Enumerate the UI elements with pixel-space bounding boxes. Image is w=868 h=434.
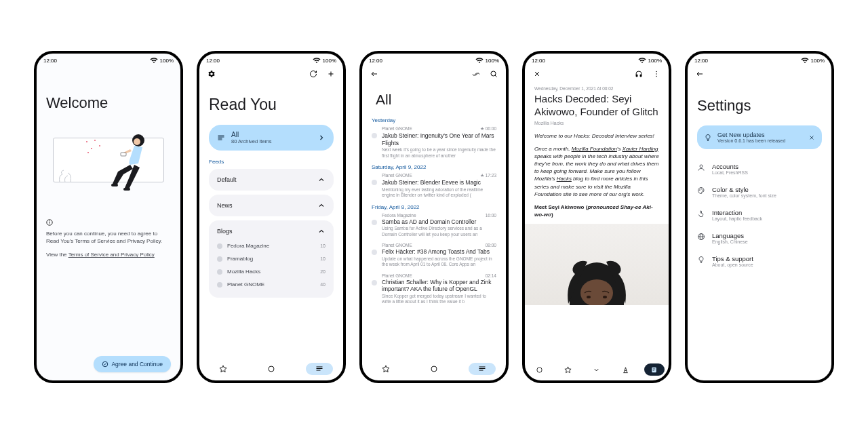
article-time: ★ 17:23 xyxy=(480,173,496,178)
phone-reader: 12:00 100% Wednesday, December 1, 2021 A… xyxy=(522,51,671,383)
settings-item-touch[interactable]: Interaction Layout, haptic feedback xyxy=(697,203,822,226)
circle-icon xyxy=(536,366,543,374)
svg-point-2 xyxy=(91,148,92,149)
nav-unread[interactable] xyxy=(420,363,448,375)
update-sub: Version 0.6.1 has been released xyxy=(717,138,803,143)
status-time: 12:00 xyxy=(532,58,545,64)
chevron-up-icon xyxy=(317,176,326,184)
settings-title: Settings xyxy=(697,97,822,115)
settings-item-tips[interactable]: Tips & support About, open source xyxy=(697,250,822,273)
article-title: Felix Häcker: #38 Among Toasts And Tabs xyxy=(382,248,496,256)
done-all-icon[interactable] xyxy=(472,70,480,78)
svg-marker-21 xyxy=(382,366,389,372)
circle-icon xyxy=(267,365,275,373)
settings-item-sub: English, Chinese xyxy=(712,239,748,244)
back-icon[interactable] xyxy=(370,70,378,78)
statusbar: 12:00 100% xyxy=(37,54,180,66)
headphones-icon[interactable] xyxy=(635,70,643,78)
agree-continue-button[interactable]: Agree and Continue xyxy=(94,356,171,372)
nav-fulltext[interactable] xyxy=(644,363,665,376)
star-icon xyxy=(382,365,390,373)
nav-starred[interactable] xyxy=(372,363,399,375)
svg-point-6 xyxy=(134,138,140,145)
nav-all[interactable] xyxy=(469,363,496,375)
link-mozilla-foundation[interactable]: Mozilla Foundation xyxy=(572,146,617,152)
status-battery: 100% xyxy=(648,58,662,64)
date-section-label: Yesterday xyxy=(372,117,496,123)
feed-count: 10 xyxy=(320,256,326,261)
article-snippet: Using Samba for Active Directory service… xyxy=(382,226,496,237)
svg-point-27 xyxy=(656,71,657,73)
article-favicon xyxy=(372,133,377,138)
article-source: Planet GNOME xyxy=(382,126,412,132)
article-source: Mozilla Hacks xyxy=(534,121,659,125)
update-card[interactable]: Get New updates Version 0.6.1 has been r… xyxy=(697,125,822,149)
settings-item-sub: Layout, haptic feedback xyxy=(712,216,762,221)
search-icon[interactable] xyxy=(490,70,498,78)
article-item[interactable]: Fedora Magazine16:00 Samba as AD and Dom… xyxy=(372,213,496,238)
phone-welcome: 12:00 100% Welcome Before y xyxy=(34,51,183,383)
settings-item-sub: Local, FreshRSS xyxy=(712,170,748,175)
article-body-1: Once a month, Mozilla Foundation's Xavie… xyxy=(534,145,659,198)
feed-item[interactable]: Fedora Magazine10 xyxy=(217,239,326,252)
article-snippet: Mentioning my ever lasting adoration of … xyxy=(382,187,496,199)
back-icon[interactable] xyxy=(696,70,704,78)
article-item[interactable]: Planet GNOME★ 06:00 Jakub Steiner: Ingen… xyxy=(372,126,496,159)
add-icon[interactable] xyxy=(327,70,335,78)
feed-item[interactable]: Mozilla Hacks20 xyxy=(217,265,326,278)
palette-icon xyxy=(697,186,705,195)
close-icon[interactable] xyxy=(533,70,541,78)
feed-name: Planet GNOME xyxy=(227,281,264,288)
svg-point-32 xyxy=(603,296,607,298)
nav-unread[interactable] xyxy=(258,363,285,375)
wifi-icon xyxy=(313,56,321,64)
nav-next[interactable] xyxy=(587,363,607,376)
feed-item[interactable]: Framablog10 xyxy=(217,252,326,265)
nav-all[interactable] xyxy=(306,363,333,375)
article-item[interactable]: Planet GNOME08:00 Felix Häcker: #38 Amon… xyxy=(372,243,496,268)
article-item[interactable]: Planet GNOME02:14 Christian Schaller: Wh… xyxy=(372,273,496,305)
font-icon xyxy=(622,366,629,374)
all-title: All xyxy=(231,131,311,138)
phone-settings: 12:00 100% Settings Get New updates Vers… xyxy=(685,51,834,383)
settings-item-language[interactable]: Languages English, Chinese xyxy=(697,226,822,250)
article-snippet: Since Kopper got merged today upstream I… xyxy=(382,294,496,305)
link-xavier-harding[interactable]: Xavier Harding xyxy=(623,146,658,152)
subject-icon xyxy=(315,365,323,373)
feed-group[interactable]: Default xyxy=(209,169,334,191)
nav-unread-toggle[interactable] xyxy=(529,363,549,376)
status-battery: 100% xyxy=(160,58,174,64)
feed-favicon xyxy=(217,243,222,249)
status-battery: 100% xyxy=(811,58,825,64)
nav-star-toggle[interactable] xyxy=(558,363,578,376)
svg-point-0 xyxy=(86,141,87,142)
terms-link-line: View the Terms of Service and Privacy Po… xyxy=(46,252,171,258)
nav-starred[interactable] xyxy=(210,363,237,375)
article-source: Planet GNOME xyxy=(382,173,412,178)
settings-item-accounts[interactable]: Accounts Local, FreshRSS xyxy=(697,157,822,180)
nav-font[interactable] xyxy=(615,363,635,376)
settings-icon[interactable] xyxy=(208,70,216,78)
more-icon[interactable] xyxy=(652,70,660,78)
wifi-icon xyxy=(150,56,158,64)
wifi-icon xyxy=(475,56,484,64)
terms-text: Before you can continue, you need to agr… xyxy=(46,230,171,245)
terms-link[interactable]: Terms of Service and Privacy Policy xyxy=(68,252,155,258)
refresh-icon[interactable] xyxy=(309,70,317,78)
close-icon[interactable] xyxy=(808,134,815,141)
statusbar: 12:00 100% xyxy=(362,54,506,66)
chevron-up-icon xyxy=(317,227,326,235)
settings-item-palette[interactable]: Color & style Theme, color system, font … xyxy=(697,180,822,203)
tips-icon xyxy=(697,256,705,264)
phone-feeds: 12:00 100% Read You All 80 Archived Item… xyxy=(197,51,346,383)
article-hero-image xyxy=(525,224,669,305)
all-feed-card[interactable]: All 80 Archived Items xyxy=(209,125,334,151)
feed-group[interactable]: News xyxy=(209,195,334,216)
feed-count: 10 xyxy=(320,243,326,248)
chevron-up-icon xyxy=(317,201,326,210)
feed-group[interactable]: BlogsFedora Magazine10Framablog10Mozilla… xyxy=(209,220,334,298)
circle-icon xyxy=(430,365,438,373)
link-hacks[interactable]: Hacks xyxy=(557,176,572,182)
feed-item[interactable]: Planet GNOME40 xyxy=(217,278,326,291)
article-item[interactable]: Planet GNOME★ 17:23 Jakub Steiner: Blend… xyxy=(372,173,496,199)
